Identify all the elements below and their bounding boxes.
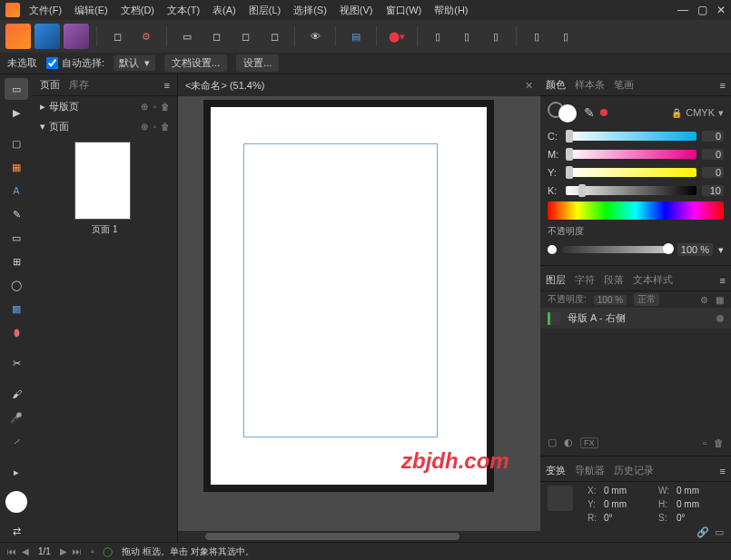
arrow-tool[interactable]: ▶ bbox=[5, 102, 28, 123]
black-slider[interactable]: K: 10 bbox=[548, 183, 724, 198]
menu-table[interactable]: 表(A) bbox=[212, 4, 236, 17]
text-frame-tool[interactable]: ▢ bbox=[5, 133, 28, 154]
pages-row[interactable]: ▾ 页面 ⊕ ▫ 🗑 bbox=[33, 116, 177, 136]
swap-colors[interactable]: ⇄ bbox=[5, 520, 28, 542]
fx-button[interactable]: FX bbox=[580, 437, 598, 448]
opacity-value[interactable]: 100 % bbox=[677, 243, 713, 256]
s-value[interactable]: 0° bbox=[677, 513, 724, 523]
toolbar-icon-4[interactable]: ◻ bbox=[262, 24, 287, 49]
add-icon[interactable]: ⊕ bbox=[141, 102, 148, 112]
preflight-icon[interactable]: ⚙ bbox=[133, 24, 159, 49]
trash-icon[interactable]: 🗑 bbox=[161, 102, 170, 112]
first-page-icon[interactable]: ⏮ bbox=[7, 546, 16, 556]
layer-opacity-value[interactable]: 100 % bbox=[594, 295, 627, 305]
magenta-slider[interactable]: M: 0 bbox=[548, 147, 724, 162]
blend-mode-dropdown[interactable]: 正常 bbox=[634, 293, 659, 306]
eyedropper-tool[interactable]: ⟋ bbox=[5, 430, 28, 452]
align-icon-3[interactable]: ▯ bbox=[483, 24, 509, 49]
color-spectrum[interactable] bbox=[548, 201, 724, 220]
yellow-slider[interactable]: Y: 0 bbox=[548, 165, 724, 180]
align-icon-1[interactable]: ▯ bbox=[425, 24, 450, 49]
layer-item[interactable]: 母版 A - 右侧 bbox=[540, 308, 731, 329]
menu-view[interactable]: 视图(V) bbox=[340, 4, 373, 17]
persona-photo-icon[interactable] bbox=[64, 24, 89, 49]
settings-button[interactable]: 设置... bbox=[236, 54, 279, 72]
toolbar-icon-1[interactable]: ◻ bbox=[104, 24, 130, 49]
menu-help[interactable]: 帮助(H) bbox=[434, 4, 468, 17]
tab-transform[interactable]: 变换 bbox=[546, 464, 566, 477]
anchor-grid[interactable] bbox=[548, 486, 573, 511]
pen-tool[interactable]: ✎ bbox=[5, 203, 28, 225]
tab-stroke[interactable]: 笔画 bbox=[614, 78, 634, 92]
auto-select-checkbox[interactable]: 自动选择: bbox=[46, 56, 104, 70]
color-picker-icon[interactable]: ⬤▾ bbox=[384, 24, 410, 49]
tab-close-icon[interactable]: ✕ bbox=[525, 80, 533, 92]
layer-lock-icon[interactable]: ▦ bbox=[716, 295, 724, 305]
ellipse-tool[interactable]: ◯ bbox=[5, 274, 28, 296]
panel-menu-icon[interactable]: ≡ bbox=[720, 80, 726, 91]
menu-layer[interactable]: 图层(L) bbox=[249, 4, 281, 17]
chevron-down-icon[interactable]: ▾ bbox=[718, 244, 724, 256]
minimize-button[interactable]: — bbox=[677, 4, 688, 16]
document-icon[interactable]: ▭ bbox=[174, 24, 200, 49]
color-swatch[interactable] bbox=[5, 491, 27, 513]
shape-tool[interactable]: ⬮ bbox=[5, 321, 28, 343]
master-pages-row[interactable]: ▸ 母版页 ⊕ ▫ 🗑 bbox=[33, 96, 177, 116]
mask-icon[interactable]: ▢ bbox=[548, 437, 557, 448]
next-page-icon[interactable]: ▶ bbox=[60, 546, 67, 556]
rectangle-tool[interactable]: ▭ bbox=[5, 227, 28, 249]
menu-window[interactable]: 窗口(W) bbox=[386, 4, 422, 17]
assets-tab[interactable]: 库存 bbox=[69, 78, 89, 92]
w-value[interactable]: 0 mm bbox=[677, 486, 724, 496]
menu-edit[interactable]: 编辑(E) bbox=[74, 4, 108, 17]
auto-select-dropdown[interactable]: 默认 ▾ bbox=[114, 55, 155, 71]
tab-paragraph[interactable]: 段落 bbox=[604, 273, 624, 287]
layer-visibility-dot[interactable] bbox=[716, 315, 724, 322]
close-button[interactable]: ✕ bbox=[716, 4, 726, 16]
fill-tool[interactable]: 🎤 bbox=[5, 407, 28, 428]
prev-page-icon[interactable]: ◀ bbox=[22, 546, 29, 556]
tab-character[interactable]: 字符 bbox=[575, 273, 595, 287]
menu-file[interactable]: 文件(F) bbox=[29, 4, 62, 17]
last-page-icon[interactable]: ⏭ bbox=[73, 546, 82, 556]
brush-tool[interactable]: 🖌 bbox=[5, 383, 28, 405]
duplicate-icon[interactable]: ▫ bbox=[153, 122, 156, 132]
tab-navigator[interactable]: 导航器 bbox=[575, 464, 605, 477]
adjust-icon[interactable]: ◐ bbox=[564, 437, 573, 448]
menu-select[interactable]: 选择(S) bbox=[293, 4, 327, 17]
status-icon-2[interactable]: ◯ bbox=[103, 546, 113, 556]
document-tab[interactable]: <未命名> (51.4%) bbox=[185, 79, 264, 93]
persona-designer-icon[interactable] bbox=[35, 24, 60, 49]
panel-menu-icon[interactable]: ≡ bbox=[164, 80, 170, 91]
page-thumbnail[interactable] bbox=[74, 142, 131, 220]
trash-icon[interactable]: 🗑 bbox=[161, 122, 170, 132]
toolbar-icon-2[interactable]: ◻ bbox=[203, 24, 229, 49]
black-value[interactable]: 10 bbox=[702, 185, 724, 196]
toolbar-icon-3[interactable]: ◻ bbox=[232, 24, 258, 49]
x-value[interactable]: 0 mm bbox=[604, 486, 651, 496]
color-mode-dropdown[interactable]: 🔒 CMYK ▾ bbox=[671, 107, 724, 119]
maximize-button[interactable]: ▢ bbox=[697, 4, 707, 16]
add-icon[interactable]: ⊕ bbox=[141, 122, 148, 132]
grid-tool[interactable]: ⊞ bbox=[5, 251, 28, 272]
page-canvas[interactable]: zbjdh.com bbox=[211, 107, 487, 485]
canvas-viewport[interactable]: zbjdh.com bbox=[178, 96, 540, 531]
eyedropper-icon[interactable]: ✎ bbox=[584, 105, 595, 120]
align-icon-2[interactable]: ▯ bbox=[454, 24, 479, 49]
tab-layers[interactable]: 图层 bbox=[546, 273, 566, 287]
doc-settings-button[interactable]: 文档设置... bbox=[164, 54, 227, 72]
add-layer-icon[interactable]: ▫ bbox=[703, 437, 706, 448]
baseline-icon[interactable]: ▤ bbox=[343, 24, 369, 49]
menu-doc[interactable]: 文档(D) bbox=[121, 4, 154, 17]
horizontal-scrollbar[interactable] bbox=[178, 531, 540, 542]
r-value[interactable]: 0° bbox=[604, 513, 651, 523]
crop-tool[interactable]: ✂ bbox=[5, 352, 28, 374]
yellow-value[interactable]: 0 bbox=[702, 167, 724, 178]
status-icon-1[interactable]: ▫ bbox=[91, 546, 94, 556]
move-tool[interactable]: ▭ bbox=[5, 78, 28, 100]
delete-layer-icon[interactable]: 🗑 bbox=[714, 437, 724, 448]
auto-select-input[interactable] bbox=[46, 57, 58, 69]
fill-stroke-swatch[interactable] bbox=[548, 102, 578, 123]
tab-textstyle[interactable]: 文本样式 bbox=[633, 273, 673, 287]
artistic-text-tool[interactable]: A bbox=[5, 180, 28, 201]
